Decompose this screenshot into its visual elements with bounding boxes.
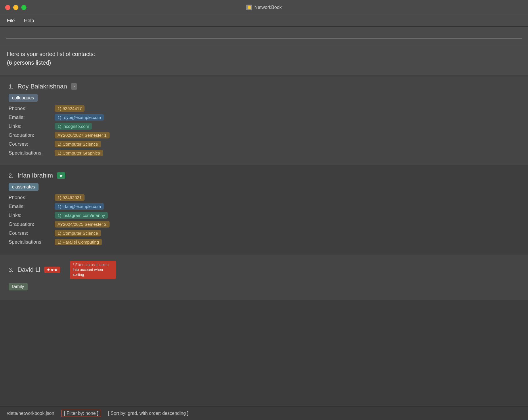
emails-label-2: Emails: xyxy=(9,204,55,209)
window-controls[interactable] xyxy=(5,5,26,10)
searchbar xyxy=(0,27,528,44)
minimize-button[interactable] xyxy=(13,5,18,10)
statusbar: /data/networkbook.json [ Filter by: none… xyxy=(0,406,528,420)
contact-name-2: Irfan Ibrahim xyxy=(18,172,53,179)
menu-help[interactable]: Help xyxy=(23,17,35,24)
phone-chip-2[interactable]: 1) 92492021 xyxy=(55,194,85,201)
phones-label-1: Phones: xyxy=(9,106,55,111)
tag-colleagues-1[interactable]: colleagues xyxy=(9,94,38,102)
contact-header-1: 1. Roy Balakrishnan - xyxy=(9,83,519,90)
menubar: File Help xyxy=(0,15,528,27)
status-text: Here is your sorted list of contacts: (6… xyxy=(7,50,521,67)
menu-file[interactable]: File xyxy=(6,17,16,24)
course-chip-1[interactable]: 1) Computer Science xyxy=(55,141,101,147)
email-chip-2[interactable]: 1) irfan@example.com xyxy=(55,203,104,210)
links-label-2: Links: xyxy=(9,213,55,218)
course-chip-2[interactable]: 1) Computer Science xyxy=(55,230,101,236)
contact-number-2: 2. xyxy=(9,172,14,179)
graduation-label-1: Graduation: xyxy=(9,132,55,138)
contact-card-3: 3. David Li ★★★ * Filter status is taken… xyxy=(0,255,528,301)
phones-row-1: Phones: 1) 92624417 xyxy=(9,105,519,112)
graduation-label-2: Graduation: xyxy=(9,221,55,227)
spec-chip-1[interactable]: 1) Computer Graphics xyxy=(55,150,103,156)
maximize-button[interactable] xyxy=(21,5,26,10)
phones-label-2: Phones: xyxy=(9,195,55,201)
contact-name-3: David Li xyxy=(18,266,40,273)
contact-name-1: Roy Balakrishnan xyxy=(18,83,67,90)
contact-header-2: 2. Irfan Ibrahim ★ xyxy=(9,172,519,179)
links-row-1: Links: 1) incognito.com xyxy=(9,123,519,130)
star-badge-2: ★ xyxy=(57,172,65,179)
contact-header-3: 3. David Li ★★★ * Filter status is taken… xyxy=(9,261,519,279)
titlebar: 📒 NetworkBook xyxy=(0,0,528,15)
specialisations-row-2: Specialisations: 1) Parallel Computing xyxy=(9,239,519,245)
statusbar-sort: [ Sort by: grad, with order: descending … xyxy=(108,411,188,416)
contact-number-3: 3. xyxy=(9,267,14,273)
specialisations-label-2: Specialisations: xyxy=(9,239,55,245)
emails-label-1: Emails: xyxy=(9,115,55,120)
graduation-row-2: Graduation: AY2024/2025 Semester 2 xyxy=(9,221,519,228)
link-chip-1[interactable]: 1) incognito.com xyxy=(55,123,92,130)
courses-label-2: Courses: xyxy=(9,230,55,236)
tooltip-filter-status: * Filter status is taken into account wh… xyxy=(70,261,116,279)
specialisations-row-1: Specialisations: 1) Computer Graphics xyxy=(9,150,519,156)
emails-row-2: Emails: 1) irfan@example.com xyxy=(9,203,519,210)
link-chip-2[interactable]: 1) instagram.com/irfanny xyxy=(55,212,108,219)
contact-card-1: 1. Roy Balakrishnan - colleagues Phones:… xyxy=(0,76,528,165)
email-chip-1[interactable]: 1) royb@example.com xyxy=(55,114,104,121)
stars-badge-3: ★★★ xyxy=(44,267,60,273)
courses-label-1: Courses: xyxy=(9,141,55,147)
graduation-row-1: Graduation: AY2026/2027 Semester 1 xyxy=(9,132,519,138)
specialisations-label-1: Specialisations: xyxy=(9,150,55,156)
contact-number-1: 1. xyxy=(9,83,14,90)
app-icon: 📒 xyxy=(246,5,252,10)
graduation-chip-1[interactable]: AY2026/2027 Semester 1 xyxy=(55,132,110,138)
app-title: 📒 NetworkBook xyxy=(246,5,282,10)
contact-list: 1. Roy Balakrishnan - colleagues Phones:… xyxy=(0,76,528,406)
statusbar-path: /data/networkbook.json xyxy=(7,411,54,416)
tag-family-3[interactable]: family xyxy=(9,283,28,290)
courses-row-1: Courses: 1) Computer Science xyxy=(9,141,519,147)
close-button[interactable] xyxy=(5,5,10,10)
links-row-2: Links: 1) instagram.com/irfanny xyxy=(9,212,519,219)
contact-card-2: 2. Irfan Ibrahim ★ classmates Phones: 1)… xyxy=(0,165,528,255)
emails-row-1: Emails: 1) royb@example.com xyxy=(9,114,519,121)
status-banner: Here is your sorted list of contacts: (6… xyxy=(0,44,528,76)
spec-chip-2[interactable]: 1) Parallel Computing xyxy=(55,239,102,245)
phone-chip-1[interactable]: 1) 92624417 xyxy=(55,105,85,112)
contact-badge-1[interactable]: - xyxy=(71,83,77,90)
courses-row-2: Courses: 1) Computer Science xyxy=(9,230,519,236)
statusbar-filter[interactable]: [ Filter by: none ] xyxy=(61,410,101,417)
phones-row-2: Phones: 1) 92492021 xyxy=(9,194,519,201)
graduation-chip-2[interactable]: AY2024/2025 Semester 2 xyxy=(55,221,110,228)
links-label-1: Links: xyxy=(9,124,55,129)
tag-classmates-2[interactable]: classmates xyxy=(9,183,39,191)
search-input[interactable] xyxy=(6,30,522,39)
